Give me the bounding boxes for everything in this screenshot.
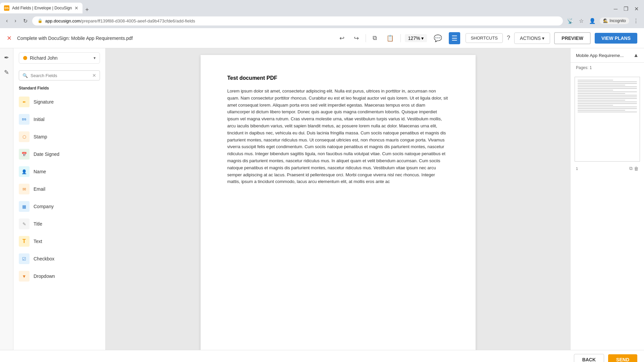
field-item-name[interactable]: 👤Name [16,163,103,180]
thumb-line [578,103,637,104]
address-bar[interactable]: 🔒 app.docusign.com/prepare/ff139f88-d308… [32,16,563,25]
restore-button[interactable]: ❐ [621,4,631,13]
field-icon-checkbox: ☑ [19,253,30,264]
copy-button[interactable]: ⧉ [370,33,380,43]
field-item-company[interactable]: ▦Company [16,198,103,215]
field-item-email[interactable]: ✉Email [16,180,103,198]
field-item-signature[interactable]: ✒Signature [16,93,103,111]
sidebar-header: Richard John ▾ [13,48,105,68]
document-area: Test document PDF Lorem ipsum dolor sit … [106,48,570,350]
field-label-dropdown: Dropdown [34,274,55,279]
main-layout: ✒ ✎ Richard John ▾ 🔍 ✕ Standard Fields ✒… [0,48,644,350]
search-clear-icon[interactable]: ✕ [92,73,96,78]
view-plans-button[interactable]: VIEW PLANS [595,33,637,44]
tab-title: Add Fields | Envelope | DocuSign [12,6,72,10]
thumb-line [578,93,625,94]
right-panel-header: Mobile App Requireme... ▲ [571,48,644,63]
reload-button[interactable]: ↻ [21,16,30,25]
thumb-line [578,102,637,102]
search-icon: 🔍 [22,73,28,78]
field-label-stamp: Stamp [34,134,47,139]
field-label-date-signed: Date Signed [34,152,59,157]
minimize-button[interactable]: ─ [611,5,620,13]
paste-button[interactable]: 📋 [384,33,396,43]
actions-label: ACTIONS [520,36,541,41]
field-icon-text: T [19,236,30,247]
shortcuts-button[interactable]: SHORTCUTS [466,33,503,43]
active-tab[interactable]: DS Add Fields | Envelope | DocuSign ✕ [0,3,83,13]
thumb-line [578,97,637,97]
menu-button[interactable]: ⋮ [632,16,640,25]
user-selector[interactable]: Richard John ▾ [19,52,100,64]
zoom-control[interactable]: 127% ▾ [405,34,427,42]
field-label-initial: Initial [34,117,45,122]
app-close-button[interactable]: ✕ [7,35,12,42]
field-item-dropdown[interactable]: ▼Dropdown [16,267,103,285]
field-item-checkbox[interactable]: ☑Checkbox [16,250,103,267]
thumb-line [578,108,637,109]
page-number: 1 [576,167,578,171]
new-tab-button[interactable]: + [83,6,92,13]
bottom-action-bar: BACK SEND [0,350,644,362]
window-controls: ─ ❐ ✕ [608,4,644,13]
field-icon-title: ✎ [19,219,30,229]
thumb-line [578,107,637,107]
app-bar: ✕ Complete with DocuSign: Mobile App Req… [0,28,644,48]
right-panel: Mobile App Requireme... ▲ Pages: 1 [570,48,644,350]
document-scroll-area[interactable]: Test document PDF Lorem ipsum dolor sit … [106,48,570,350]
field-icon-name: 👤 [19,166,30,177]
back-button[interactable]: BACK [574,354,604,362]
thumb-line [578,80,613,80]
field-item-stamp[interactable]: ⬡Stamp [16,128,103,145]
search-box[interactable]: 🔍 ✕ [19,70,100,80]
field-icon-signature: ✒ [19,97,30,107]
document-page: Test document PDF Lorem ipsum dolor sit … [201,55,476,350]
panel-collapse-icon[interactable]: ▲ [633,52,639,58]
cast-button[interactable]: 📡 [566,16,575,25]
thumb-line [578,81,637,82]
field-item-text[interactable]: TText [16,233,103,250]
toolbar-separator-1 [366,34,366,42]
actions-chevron-icon: ▾ [542,36,544,41]
help-button[interactable]: ? [507,35,510,42]
field-icon-initial: DS [19,114,30,125]
address-bar-row: ‹ › ↻ 🔒 app.docusign.com/prepare/ff139f8… [0,13,644,28]
field-icon-stamp: ⬡ [19,131,30,142]
bookmark-button[interactable]: ☆ [578,16,585,25]
app-title: Complete with DocuSign: Mobile App Requi… [17,36,331,41]
page-thumb-footer: 1 ⧉ 🗑 [575,164,640,171]
user-name-label: Richard John [30,55,91,61]
lock-icon: 🔒 [38,18,43,23]
field-item-date-signed[interactable]: 📅Date Signed [16,145,103,163]
field-label-checkbox: Checkbox [34,256,54,261]
actions-button[interactable]: ACTIONS ▾ [514,33,550,44]
comment-button[interactable]: 💬 [431,32,445,44]
nav-strip-icon-pen[interactable]: ✒ [1,52,12,63]
undo-button[interactable]: ↩ [337,33,347,43]
search-input[interactable] [31,73,90,78]
field-label-title: Title [34,221,42,227]
thumb-copy-button[interactable]: ⧉ [629,166,633,171]
send-button[interactable]: SEND [608,354,637,362]
profile-button[interactable]: 👤 [588,16,597,25]
thumb-line [578,85,625,85]
thumbnail-area: 1 ⧉ 🗑 [571,73,644,175]
field-list: ✒SignatureDSInitial⬡Stamp📅Date Signed👤Na… [13,93,105,350]
sidebar-section-label: Standard Fields [13,83,105,93]
back-nav-button[interactable]: ‹ [4,16,10,25]
forward-nav-button[interactable]: › [12,16,18,25]
address-text: app.docusign.com/prepare/ff139f88-d308-4… [45,18,195,23]
nav-strip-icon-edit[interactable]: ✎ [1,67,12,78]
fields-view-button[interactable]: ☰ [449,32,460,44]
thumb-delete-button[interactable]: 🗑 [634,166,639,171]
tab-close-icon[interactable]: ✕ [74,5,78,11]
redo-button[interactable]: ↪ [351,33,362,43]
page-thumbnail[interactable] [575,77,640,162]
field-icon-dropdown: ▼ [19,271,30,282]
thumb-content [575,77,640,161]
field-item-initial[interactable]: DSInitial [16,111,103,128]
preview-button[interactable]: PREVIEW [554,32,591,44]
field-icon-email: ✉ [19,184,30,194]
close-window-button[interactable]: ✕ [632,4,641,13]
field-item-title[interactable]: ✎Title [16,215,103,233]
